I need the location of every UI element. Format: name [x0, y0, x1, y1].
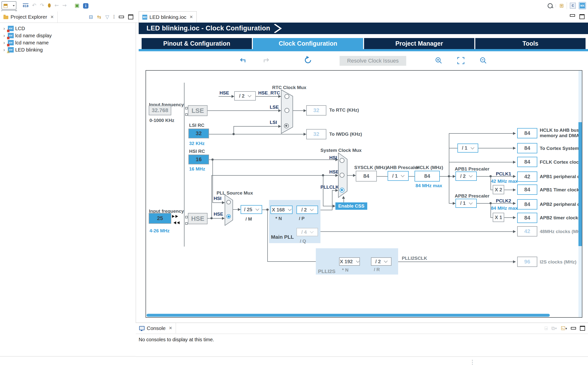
close-icon[interactable]: ✕ [169, 326, 172, 331]
cortex-timer-field[interactable]: 84 [517, 143, 537, 153]
enable-css-button[interactable]: Enable CSS [335, 202, 367, 210]
expand-chevron-icon[interactable]: › [2, 40, 6, 45]
i2s-field[interactable]: 96 [517, 257, 537, 267]
editor-tab-ioc[interactable]: MX LED blinking.ioc ✕ [139, 11, 197, 23]
undo-icon[interactable] [240, 56, 248, 65]
vertical-scrollbar-thumb[interactable] [578, 122, 582, 246]
pll-m-divider-select[interactable]: / 25 [241, 205, 262, 214]
hclk-field[interactable]: 84 [415, 171, 440, 182]
clock-diagram-canvas[interactable]: Input frequency 32.768 0-1000 KHz LSE LS… [146, 70, 582, 318]
rtc-mux-lse-radio[interactable] [284, 108, 289, 113]
apb2-timer-field[interactable]: 84 [517, 213, 537, 223]
horizontal-scrollbar-thumb[interactable] [147, 314, 550, 317]
zoom-in-icon[interactable] [435, 56, 443, 65]
maximize-icon[interactable] [580, 326, 585, 331]
expand-chevron-icon[interactable]: › [2, 33, 6, 38]
cortex-timer-divider-select[interactable]: / 1 [457, 144, 478, 153]
pin-console-icon[interactable]: ⍈ [544, 326, 547, 331]
clk48-field[interactable]: 42 [517, 226, 537, 237]
hse-wire-label: HSE [220, 90, 229, 96]
open-element-icon[interactable]: ▣ [74, 1, 81, 10]
resize-grip-icon[interactable]: ⋮ [469, 359, 475, 366]
search-icon[interactable] [548, 3, 553, 8]
apb1-peripheral-field[interactable]: 42 [517, 171, 537, 182]
close-icon[interactable]: ✕ [190, 14, 193, 20]
link-with-editor-icon[interactable]: ⇆ [97, 14, 101, 19]
profile-icon[interactable]: ⬮ [47, 1, 52, 10]
lsi-rc-block[interactable]: 32 [188, 129, 209, 138]
project-explorer-title: Project Explorer [11, 14, 47, 20]
pll-mux-hsi-radio[interactable] [226, 200, 231, 204]
minimize-icon[interactable] [571, 327, 576, 329]
zoom-fit-icon[interactable] [457, 57, 465, 64]
new-wizard-icon[interactable]: ⬒ [1, 1, 16, 10]
maximize-icon[interactable] [579, 14, 585, 19]
view-menu-icon[interactable]: ⁞ [113, 14, 115, 19]
apb2-prescaler-select[interactable]: / 1 [455, 199, 477, 208]
apb2-peripheral-field[interactable]: 84 [517, 199, 537, 210]
pll-q-divider-select[interactable]: / 4 [296, 228, 318, 236]
plli2s-r-divider-select[interactable]: / 2 [371, 257, 392, 266]
undo-nav-icon[interactable]: ↶ [31, 1, 38, 10]
expand-chevron-icon[interactable]: › [2, 47, 6, 53]
display-console-icon[interactable]: ⧉▾ [551, 326, 557, 331]
collapse-all-icon[interactable]: ⊟ [89, 14, 93, 19]
filter-icon[interactable]: ▽ [105, 14, 109, 19]
application-window: ⬒ ▥ ⧉ ⊘ ⚒ 010 ↶ ↷ ⬮ ⬢ ▶ [0, 0, 588, 368]
minimize-icon[interactable] [119, 16, 124, 18]
redo-icon[interactable] [261, 56, 270, 65]
open-console-icon[interactable]: ◱▾ [561, 325, 567, 331]
sys-mux-hsi-radio[interactable] [340, 158, 344, 163]
apb1-prescaler-select[interactable]: / 2 [455, 171, 477, 181]
vertical-scrollbar[interactable] [578, 71, 582, 317]
project-name: LCD [15, 26, 25, 31]
reset-icon[interactable] [303, 55, 313, 65]
hse-block[interactable]: HSE [188, 213, 208, 224]
minimize-icon[interactable] [570, 14, 575, 17]
rtc-mux-hse-radio[interactable] [284, 94, 289, 99]
apb1-timer-field[interactable]: 84 [517, 184, 537, 195]
project-tree-item[interactable]: › IDE lcd name display [0, 32, 136, 39]
lse-input-frequency-field[interactable]: 32.768 [149, 105, 171, 115]
open-perspective-icon[interactable]: ⊞ [559, 1, 564, 10]
rtc-mux-lsi-radio[interactable] [284, 123, 289, 128]
back-annotate-icon[interactable]: ⇜ [53, 1, 60, 10]
pll-n-multiplier-select[interactable]: X 168 [270, 206, 293, 214]
hclk-ahb-field[interactable]: 84 [517, 128, 537, 138]
info-icon[interactable]: i [82, 2, 90, 10]
project-tree-item[interactable]: › IDE lcd name name [0, 39, 136, 46]
resolve-clock-issues-button[interactable]: Resolve Clock Issues [340, 56, 406, 66]
fclk-field[interactable]: 84 [517, 157, 537, 167]
project-explorer-tab[interactable]: Project Explorer ✕ [0, 12, 58, 23]
zoom-out-icon[interactable] [479, 56, 488, 65]
project-tree-item[interactable]: › IDE LCD [0, 25, 136, 32]
forward-annotate-icon[interactable]: ⇝ [61, 1, 68, 10]
close-icon[interactable]: ✕ [50, 14, 54, 20]
lse-wire-label: LSE [270, 105, 279, 110]
binary-icon[interactable]: 010 [22, 1, 30, 10]
mode-tab[interactable]: Project Manager [364, 38, 474, 49]
pll-p-divider-select[interactable]: / 2 [296, 206, 318, 214]
hse-input-frequency-field[interactable]: 25 [149, 213, 171, 224]
project-tree-item[interactable]: › IDE LED blinking [0, 46, 136, 53]
mx-perspective-icon[interactable]: MX [579, 2, 586, 9]
cpp-perspective-icon[interactable]: C [569, 2, 576, 9]
redo-nav-icon[interactable]: ↷ [39, 1, 46, 10]
mode-tab[interactable]: Pinout & Configuration [142, 38, 252, 49]
sysclk-field[interactable]: 84 [356, 171, 377, 182]
ahb-prescaler-select[interactable]: / 1 [388, 171, 409, 181]
mode-tab[interactable]: Tools [475, 38, 586, 49]
console-tab[interactable]: Console ✕ [136, 323, 176, 333]
sys-mux-pllclk-radio[interactable] [340, 188, 344, 193]
hsi-rc-block[interactable]: 16 [188, 155, 209, 164]
maximize-icon[interactable] [128, 14, 133, 19]
pll-mux-hse-radio[interactable] [226, 214, 231, 219]
sys-mux-hse-radio[interactable] [340, 173, 344, 178]
mode-tab[interactable]: Clock Configuration [253, 38, 363, 49]
lse-block[interactable]: LSE [188, 105, 208, 116]
iwdg-clock-field[interactable]: 32 [306, 129, 326, 139]
expand-chevron-icon[interactable]: › [2, 26, 6, 31]
rtc-hse-divider-select[interactable]: / 2 [234, 91, 256, 101]
plli2s-n-multiplier-select[interactable]: X 192 [339, 257, 360, 266]
rtc-clock-field[interactable]: 32 [306, 105, 326, 116]
